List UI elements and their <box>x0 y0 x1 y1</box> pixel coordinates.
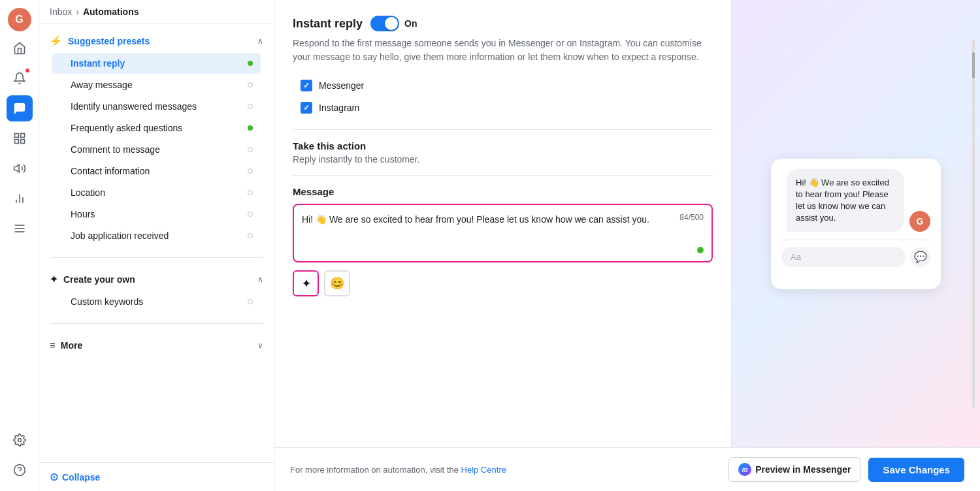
save-changes-button[interactable]: Save Changes <box>868 458 964 482</box>
more-toggle[interactable]: ≡ More ∨ <box>50 337 263 353</box>
sidebar-header: Inbox › Automations <box>39 0 274 24</box>
instant-reply-toggle[interactable] <box>370 16 399 31</box>
message-counter: 84/500 <box>679 213 704 222</box>
ai-enhance-button[interactable]: ✦ <box>293 270 319 296</box>
create-your-own-section: ✦ Create your own ∧ Custom keywords <box>39 263 274 318</box>
sidebar-item-custom-keywords[interactable]: Custom keywords <box>52 291 261 312</box>
more-lines-icon: ≡ <box>50 340 56 351</box>
presets-chevron-icon: ∧ <box>257 37 263 46</box>
svg-rect-1 <box>20 134 24 138</box>
breadcrumb: Inbox › Automations <box>50 7 263 17</box>
message-label: Message <box>293 186 713 197</box>
svg-rect-3 <box>14 140 18 144</box>
nav-help[interactable] <box>7 457 33 483</box>
page-title: Instant reply <box>293 17 363 31</box>
nav-campaigns[interactable] <box>7 155 33 182</box>
nav-notifications[interactable] <box>7 65 33 91</box>
nav-home[interactable] <box>7 35 33 61</box>
preview-bubble-text: Hi! 👋 We are so excited to hear from you… <box>796 178 889 223</box>
breadcrumb-current: Automations <box>83 7 139 17</box>
collapse-button[interactable]: ⊙ Collapse <box>39 462 274 491</box>
emoji-button[interactable]: 😊 <box>324 270 350 296</box>
empty-dot <box>248 212 253 217</box>
sidebar-item-identify-unanswered[interactable]: Identify unanswered messages <box>52 96 261 117</box>
user-avatar[interactable]: G <box>8 8 31 31</box>
content-panel: Instant reply On Respond to the first me… <box>274 0 732 447</box>
suggested-presets-toggle[interactable]: ⚡ Suggested presets ∧ <box>50 32 263 50</box>
breadcrumb-separator: › <box>76 7 79 17</box>
sidebar-item-job-application[interactable]: Job application received <box>52 225 261 246</box>
sidebar-item-contact-info[interactable]: Contact information <box>52 161 261 182</box>
message-box[interactable]: Hi! 👋 We are so excited to hear from you… <box>293 204 713 262</box>
nav-pages[interactable] <box>7 125 33 151</box>
instagram-checkbox-row: Instagram <box>293 97 713 119</box>
preview-in-messenger-button[interactable]: m Preview in Messenger <box>728 457 860 482</box>
messenger-checkbox-row: Messenger <box>293 74 713 97</box>
main-content: Instant reply On Respond to the first me… <box>274 0 980 491</box>
messenger-checkbox[interactable] <box>301 80 312 91</box>
preview-avatar: G <box>909 211 930 232</box>
nav-settings[interactable] <box>7 427 33 453</box>
collapse-icon: ⊙ <box>50 471 58 483</box>
sidebar-item-hours[interactable]: Hours <box>52 204 261 225</box>
svg-rect-0 <box>14 134 18 138</box>
sidebar-item-faq[interactable]: Frequently asked questions <box>52 118 261 138</box>
suggested-presets-list: Instant reply Away message Identify unan… <box>50 50 263 249</box>
nav-inbox[interactable] <box>7 95 33 121</box>
content-description: Respond to the first message someone sen… <box>293 37 713 64</box>
title-row: Instant reply On <box>293 16 713 31</box>
instagram-checkbox[interactable] <box>301 102 312 114</box>
preview-send-icon: 💬 <box>911 247 930 267</box>
breadcrumb-inbox[interactable]: Inbox <box>50 7 72 17</box>
create-your-own-title: ✦ Create your own <box>50 274 135 285</box>
active-dot <box>248 61 253 66</box>
sidebar-item-away-message[interactable]: Away message <box>52 74 261 95</box>
section-divider-2 <box>293 175 713 176</box>
active-dot <box>248 125 253 131</box>
toggle-container: On <box>370 16 417 31</box>
preview-scrollbar[interactable] <box>972 39 975 408</box>
nav-insights[interactable] <box>7 185 33 212</box>
empty-dot <box>248 104 253 109</box>
messenger-icon: m <box>738 463 751 476</box>
more-section: ≡ More ∨ <box>39 329 274 356</box>
svg-marker-4 <box>14 165 19 172</box>
empty-dot <box>248 147 253 152</box>
create-your-own-toggle[interactable]: ✦ Create your own ∧ <box>50 271 263 288</box>
preview-input-placeholder: Aa <box>791 252 801 262</box>
preview-input: Aa <box>781 247 906 267</box>
sidebar-divider-2 <box>50 323 263 324</box>
footer-info: For more information on automation, visi… <box>290 465 506 475</box>
message-text: Hi! 👋 We are so excited to hear from you… <box>302 213 704 227</box>
help-centre-link[interactable]: Help Centre <box>461 465 506 475</box>
messenger-label: Messenger <box>319 80 364 91</box>
sidebar-item-comment-to-message[interactable]: Comment to message <box>52 139 261 160</box>
sparkles-icon: ✦ <box>50 274 58 285</box>
empty-dot <box>248 233 253 238</box>
preview-bubble: Hi! 👋 We are so excited to hear from you… <box>787 169 904 232</box>
footer-actions: m Preview in Messenger Save Changes <box>728 457 964 482</box>
action-desc: Reply instantly to the customer. <box>293 154 713 165</box>
icon-nav: G <box>0 0 39 491</box>
sidebar: Inbox › Automations ⚡ Suggested presets … <box>39 0 274 491</box>
more-title: ≡ More <box>50 340 82 351</box>
suggested-presets-section: ⚡ Suggested presets ∧ Instant reply Away… <box>39 24 274 252</box>
suggested-presets-title: ⚡ Suggested presets <box>50 35 150 47</box>
empty-dot <box>248 168 253 174</box>
messenger-preview: Hi! 👋 We are so excited to hear from you… <box>771 159 941 289</box>
create-your-own-list: Custom keywords <box>50 288 263 315</box>
main-body: Instant reply On Respond to the first me… <box>274 0 980 447</box>
nav-more-menu[interactable] <box>7 215 33 242</box>
message-toolbar: ✦ 😊 <box>293 270 713 296</box>
sidebar-item-instant-reply[interactable]: Instant reply <box>52 53 261 74</box>
empty-dot <box>248 190 253 195</box>
section-divider-1 <box>293 129 713 130</box>
message-status-dot <box>697 247 704 253</box>
create-chevron-icon: ∧ <box>257 275 263 284</box>
preview-scrollbar-thumb <box>972 52 975 78</box>
more-chevron-icon: ∨ <box>257 341 263 350</box>
sidebar-item-location[interactable]: Location <box>52 182 261 203</box>
svg-rect-2 <box>20 140 24 144</box>
instagram-label: Instagram <box>319 103 359 113</box>
bolt-icon: ⚡ <box>50 35 63 47</box>
